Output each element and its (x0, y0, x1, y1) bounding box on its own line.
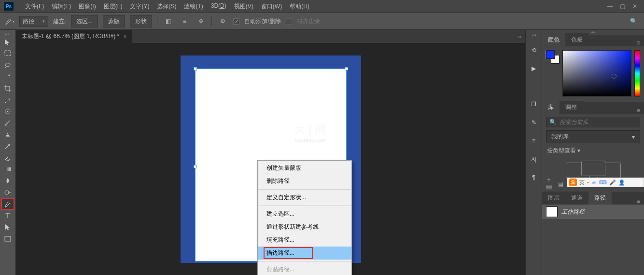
3d-panel-icon[interactable]: ❒ (529, 99, 539, 110)
foreground-background-swatch[interactable] (546, 50, 560, 64)
menu-item[interactable]: 滤镜(T) (180, 0, 207, 13)
eraser-tool[interactable] (1, 152, 14, 163)
library-empty-graphic (542, 157, 644, 178)
tab-paths[interactable]: 路径 (588, 192, 612, 205)
ime-lang[interactable]: 英 (579, 179, 585, 186)
context-menu-item[interactable]: 定义自定形状... (258, 191, 351, 204)
gear-icon[interactable]: ⚙ (217, 15, 228, 27)
ime-icons[interactable]: ☺ (591, 179, 597, 185)
marquee-tool[interactable] (1, 48, 14, 59)
dodge-tool[interactable] (1, 187, 14, 198)
context-menu-item[interactable]: 描边路径... (258, 247, 351, 260)
ime-mic-icon[interactable]: 🎤 (609, 179, 616, 186)
collapse-tabbar-icon[interactable]: « (514, 33, 525, 40)
context-menu-item[interactable]: 创建矢量蒙版 (258, 162, 351, 175)
context-menu-item[interactable]: 建立选区... (258, 207, 351, 220)
path-item-work-path[interactable]: 工作路径 (542, 205, 644, 219)
character-panel-icon[interactable]: A| (529, 154, 539, 165)
menu-item[interactable]: 3D(D) (207, 0, 230, 13)
document-tabbar: 未标题-1 @ 66.7% (图层 1, RGB/8#) * × « (16, 30, 525, 43)
history-brush-tool[interactable] (1, 141, 14, 151)
menu-item[interactable]: 帮助(H) (286, 0, 313, 13)
handle-mid-left[interactable] (194, 165, 197, 168)
gradient-tool[interactable] (1, 164, 14, 175)
history-panel-icon[interactable]: ⟲ (529, 45, 539, 55)
menu-item[interactable]: 文字(Y) (126, 0, 153, 13)
document-tab[interactable]: 未标题-1 @ 66.7% (图层 1, RGB/8#) * × (16, 30, 132, 43)
handle-top-left[interactable] (194, 67, 197, 70)
clone-stamp-tool[interactable] (1, 129, 14, 140)
ime-kbd-icon[interactable]: ⌨ (599, 179, 607, 186)
view-by-type[interactable]: 按类型查看 ▾ (542, 145, 644, 157)
paths-panel: 工作路径 (542, 205, 644, 275)
library-search-input[interactable] (560, 119, 637, 125)
menu-item[interactable]: 编辑(E) (48, 0, 75, 13)
menu-item[interactable]: 文件(F) (21, 0, 48, 13)
rectangle-tool[interactable] (1, 234, 14, 244)
tab-layers[interactable]: 图层 (542, 192, 565, 205)
color-field[interactable] (562, 50, 631, 96)
shape-button[interactable]: 形状 (130, 15, 152, 28)
restore-button[interactable]: ▢ (617, 2, 628, 11)
tab-color[interactable]: 颜色 (542, 33, 565, 46)
auto-add-delete-checkbox[interactable] (233, 18, 239, 25)
crop-tool[interactable] (1, 83, 14, 94)
library-search[interactable]: 🔍 (546, 117, 640, 127)
handle-top-right[interactable] (345, 67, 348, 70)
ime-user-icon[interactable]: 👤 (618, 179, 625, 186)
panel-menu-icon[interactable]: ≡ (633, 40, 644, 46)
search-icon[interactable]: 🔍 (628, 15, 639, 27)
tab-swatches[interactable]: 色板 (565, 33, 588, 46)
menu-item[interactable]: 图像(I) (75, 0, 99, 13)
minimize-button[interactable]: — (604, 2, 615, 11)
actions-panel-icon[interactable]: ▶ (529, 63, 539, 74)
tab-libraries[interactable]: 库 (542, 101, 560, 114)
tool-mode-dropdown[interactable]: 路径 (19, 16, 48, 27)
add-graphic-icon[interactable]: ▤ (557, 180, 564, 188)
tab-adjustments[interactable]: 调整 (560, 101, 583, 114)
document-area: 未标题-1 @ 66.7% (图层 1, RGB/8#) * × « 大 | 网… (16, 30, 525, 275)
align-edges-checkbox[interactable] (286, 18, 292, 25)
foreground-color[interactable] (546, 50, 555, 59)
lasso-tool[interactable] (1, 60, 14, 70)
brush-panel-icon[interactable]: ✎ (529, 117, 539, 128)
move-tool[interactable] (1, 37, 14, 47)
path-arrange-icon[interactable]: ❖ (195, 15, 207, 27)
brush-tool[interactable] (1, 118, 14, 128)
add-content-icon[interactable]: ＋▤ (546, 180, 554, 188)
color-picker-ring[interactable] (612, 74, 616, 79)
pen-tool-icon[interactable]: ▾ (5, 16, 14, 26)
close-tab-icon[interactable]: × (123, 33, 126, 40)
path-combine-icon[interactable]: ◧ (162, 15, 174, 27)
ime-logo-icon[interactable]: S (569, 179, 577, 186)
panel-menu-icon[interactable]: ≡ (633, 107, 644, 114)
hue-slider[interactable] (634, 50, 640, 96)
paragraph-panel-icon[interactable]: ¶ (529, 172, 539, 183)
path-select-tool[interactable] (1, 222, 14, 233)
blur-tool[interactable] (1, 176, 14, 186)
spot-heal-tool[interactable] (1, 106, 14, 117)
type-tool[interactable]: T (1, 210, 14, 221)
tab-channels[interactable]: 通道 (565, 192, 588, 205)
ime-bar[interactable]: S 英 • ☺ ⌨ 🎤 👤 (567, 178, 644, 187)
path-align-icon[interactable]: ≡ (179, 15, 190, 27)
close-button[interactable]: ✕ (630, 2, 640, 11)
selection-button[interactable]: 选区... (71, 15, 98, 28)
brush-presets-icon[interactable]: ≡ (529, 136, 539, 146)
eyedropper-tool[interactable] (1, 95, 14, 105)
pen-tool[interactable] (1, 199, 14, 209)
grip-icon[interactable]: ◂◂ (532, 33, 536, 37)
menu-item[interactable]: 视图(V) (230, 0, 257, 13)
context-menu-item[interactable]: 删除路径 (258, 175, 351, 188)
svg-point-4 (5, 191, 9, 194)
context-menu-item[interactable]: 通过形状新建参考线 (258, 220, 351, 234)
menu-item[interactable]: 选择(S) (153, 0, 180, 13)
mask-button[interactable]: 蒙版 (103, 15, 125, 28)
grip-icon[interactable]: ▸▸ (3, 32, 13, 36)
my-library-dropdown[interactable]: 我的库▾ (546, 130, 640, 143)
menu-item[interactable]: 窗口(W) (257, 0, 286, 13)
context-menu-item[interactable]: 填充路径... (258, 234, 351, 247)
panel-menu-icon[interactable]: ≡ (633, 198, 644, 205)
magic-wand-tool[interactable] (1, 71, 14, 82)
menu-item[interactable]: 图层(L) (100, 0, 126, 13)
